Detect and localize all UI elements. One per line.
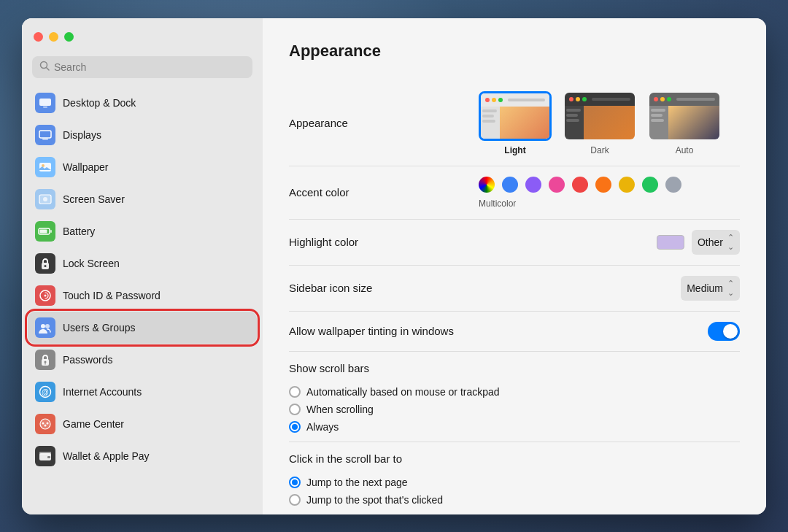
show-scroll-bars-label: Show scroll bars [289, 362, 740, 374]
sidebar-icon-size-dropdown[interactable]: Medium ⌃⌄ [681, 276, 740, 301]
appearance-dark[interactable]: Dark [563, 91, 636, 155]
click-scroll-bar-label: Click in the scroll bar to [289, 452, 740, 465]
click-scroll-jump-page[interactable]: Jump to the next page [289, 477, 740, 488]
svg-point-28 [47, 422, 49, 424]
sidebar-item-desktop-dock[interactable]: Desktop & Dock [28, 87, 257, 119]
sidebar-item-wallet[interactable]: Wallet & Apple Pay [28, 440, 257, 472]
sidebar-item-label: Users & Groups [63, 322, 136, 334]
appearance-auto[interactable]: Auto [648, 91, 721, 155]
svg-rect-2 [39, 99, 51, 106]
click-scroll-jump-spot-radio [289, 494, 301, 506]
game-center-icon [35, 414, 55, 434]
battery-icon [35, 221, 55, 242]
svg-point-29 [45, 424, 47, 426]
appearance-row: Appearance [289, 81, 740, 166]
appearance-light[interactable]: Light [479, 91, 552, 155]
click-scroll-jump-spot[interactable]: Jump to the spot that's clicked [289, 494, 740, 506]
touch-id-icon [35, 285, 55, 306]
sidebar-item-label: Battery [63, 225, 95, 237]
close-button[interactable] [34, 32, 43, 42]
sidebar-item-wallpaper[interactable]: Wallpaper [28, 151, 257, 183]
click-scroll-jump-page-radio [289, 477, 301, 488]
accent-pink[interactable] [549, 177, 565, 193]
internet-accounts-icon: @ [35, 382, 55, 402]
accent-multicolor[interactable] [479, 177, 495, 193]
wallpaper-icon [35, 157, 55, 177]
sidebar-item-lock-screen[interactable]: Lock Screen [28, 247, 257, 280]
sidebar-item-passwords[interactable]: Passwords [28, 344, 257, 376]
sidebar-item-game-center[interactable]: Game Center [28, 408, 257, 440]
wallpaper-tinting-control [479, 322, 740, 341]
accent-graphite[interactable] [665, 177, 681, 193]
sidebar-item-screen-saver[interactable]: Screen Saver [28, 183, 257, 215]
toggle-knob [723, 324, 738, 339]
svg-rect-6 [39, 163, 51, 171]
desktop-dock-icon [35, 93, 55, 113]
light-thumb [479, 91, 552, 141]
accent-purple[interactable] [525, 177, 541, 193]
accent-yellow[interactable] [619, 177, 635, 193]
search-bar[interactable] [32, 56, 252, 78]
sidebar: Desktop & Dock Displays [22, 18, 263, 514]
highlight-color-dropdown[interactable]: Other ⌃⌄ [692, 230, 740, 255]
accent-color-label: Accent color [289, 186, 479, 198]
accent-color-options: Multicolor [479, 177, 681, 209]
passwords-icon [35, 350, 55, 370]
accent-blue[interactable] [502, 177, 518, 193]
sidebar-item-label: Internet Accounts [63, 386, 142, 398]
scroll-bars-scrolling[interactable]: When scrolling [289, 404, 740, 415]
scroll-bars-scrolling-radio [289, 404, 301, 415]
highlight-color-row: Highlight color Other ⌃⌄ [289, 220, 740, 266]
page-title: Appearance [289, 42, 740, 61]
sidebar-icon-size-control: Medium ⌃⌄ [479, 276, 740, 301]
search-input[interactable] [54, 61, 245, 73]
system-preferences-window: Desktop & Dock Displays [22, 18, 766, 514]
highlight-color-label: Highlight color [289, 236, 479, 248]
svg-rect-31 [39, 452, 51, 455]
svg-rect-4 [39, 131, 51, 138]
sidebar-item-label: Screen Saver [63, 193, 125, 205]
wallpaper-tinting-toggle[interactable] [708, 322, 740, 341]
lock-screen-icon [35, 253, 55, 274]
screen-saver-icon [35, 189, 55, 209]
appearance-label: Appearance [289, 117, 479, 129]
svg-rect-32 [47, 456, 50, 458]
scroll-bars-always[interactable]: Always [289, 421, 740, 433]
svg-point-17 [45, 294, 47, 296]
dark-label: Dark [590, 145, 609, 155]
maximize-button[interactable] [64, 32, 74, 42]
sidebar-list: Desktop & Dock Displays [22, 87, 263, 514]
sidebar-item-battery[interactable]: Battery [28, 215, 257, 247]
svg-rect-13 [50, 230, 52, 233]
show-scroll-bars-section: Show scroll bars Automatically based on … [289, 352, 740, 442]
chevron-updown-icon: ⌃⌄ [727, 233, 734, 252]
scroll-bars-auto-label: Automatically based on mouse or trackpad [306, 386, 500, 398]
sidebar-item-internet-accounts[interactable]: @ Internet Accounts [28, 376, 257, 408]
minimize-button[interactable] [49, 32, 58, 42]
svg-point-18 [41, 324, 45, 328]
svg-point-19 [45, 324, 50, 328]
accent-dots-row [479, 177, 681, 193]
show-scroll-bars-options: Automatically based on mouse or trackpad… [289, 380, 740, 439]
svg-point-27 [42, 422, 45, 424]
click-scroll-jump-spot-label: Jump to the spot that's clicked [306, 494, 443, 506]
accent-red[interactable] [572, 177, 588, 193]
dark-thumb [563, 91, 636, 141]
highlight-color-swatch [657, 235, 684, 250]
sidebar-item-label: Touch ID & Password [63, 290, 161, 301]
svg-rect-12 [40, 229, 47, 233]
sidebar-item-users-groups[interactable]: Users & Groups [28, 312, 257, 344]
accent-orange[interactable] [595, 177, 611, 193]
scroll-bars-always-radio [289, 421, 301, 433]
sidebar-item-touch-id[interactable]: Touch ID & Password [28, 280, 257, 312]
appearance-control: Light [479, 91, 740, 155]
sidebar-icon-size-label: Sidebar icon size [289, 282, 479, 294]
scroll-bars-auto[interactable]: Automatically based on mouse or trackpad [289, 386, 740, 398]
svg-rect-5 [42, 139, 48, 140]
accent-green[interactable] [642, 177, 658, 193]
sidebar-item-displays[interactable]: Displays [28, 119, 257, 151]
accent-color-row: Accent color Multicolor [289, 166, 740, 220]
appearance-options: Light [479, 91, 721, 155]
scroll-bars-scrolling-label: When scrolling [306, 404, 374, 415]
main-content: Appearance Appearance [263, 18, 766, 514]
